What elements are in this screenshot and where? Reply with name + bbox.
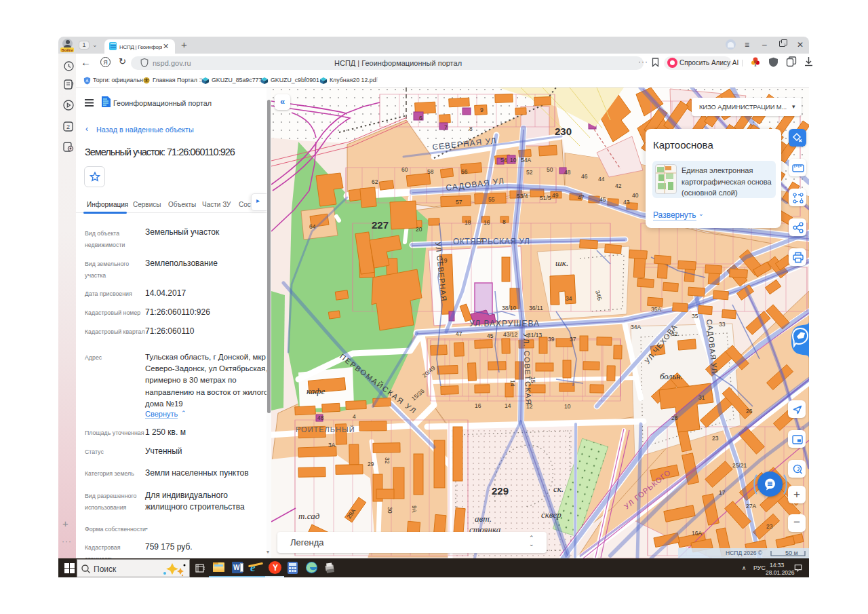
svg-text:62: 62: [372, 178, 378, 185]
svg-text:19: 19: [441, 257, 448, 264]
svg-text:3А: 3А: [328, 442, 336, 448]
svg-text:47: 47: [578, 194, 585, 201]
svg-text:43: 43: [623, 199, 630, 206]
svg-text:51/5: 51/5: [540, 195, 551, 202]
svg-text:сквер: сквер: [541, 510, 561, 520]
svg-text:54А: 54А: [521, 157, 531, 164]
svg-text:229: 229: [492, 485, 509, 497]
svg-text:кафе: кафе: [307, 386, 325, 396]
svg-text:38/10: 38/10: [502, 305, 517, 311]
svg-text:20: 20: [416, 226, 422, 233]
svg-text:50 м: 50 м: [785, 550, 798, 556]
svg-text:28: 28: [671, 415, 678, 421]
svg-text:16А: 16А: [692, 530, 702, 537]
svg-text:РОИТЕЛЬНЫЙ: РОИТЕЛЬНЫЙ: [296, 425, 355, 434]
svg-text:ОКТЯБРЬСКАЯ УЛ: ОКТЯБРЬСКАЯ УЛ: [453, 237, 530, 246]
svg-text:37: 37: [570, 336, 576, 343]
svg-text:ск.: ск.: [553, 484, 564, 494]
svg-text:34: 34: [566, 295, 572, 302]
svg-text:48: 48: [564, 169, 571, 176]
svg-text:30: 30: [387, 507, 393, 514]
svg-text:33: 33: [719, 321, 726, 328]
svg-text:больн.: больн.: [660, 371, 683, 381]
svg-text:32: 32: [384, 457, 391, 464]
svg-text:17: 17: [719, 489, 726, 496]
svg-text:50: 50: [547, 166, 553, 173]
svg-text:9А: 9А: [411, 505, 418, 513]
svg-text:45: 45: [599, 196, 606, 203]
svg-text:64: 64: [309, 223, 316, 230]
svg-text:36/11: 36/11: [529, 305, 543, 311]
svg-text:6: 6: [419, 115, 422, 121]
svg-text:УЛ.ВАХРУШЕВА: УЛ.ВАХРУШЕВА: [469, 319, 540, 328]
svg-text:44: 44: [598, 176, 605, 183]
svg-text:10: 10: [510, 157, 517, 164]
svg-text:8: 8: [469, 126, 473, 132]
svg-text:16: 16: [475, 402, 481, 409]
svg-text:227: 227: [372, 219, 389, 231]
svg-text:55: 55: [488, 196, 495, 203]
svg-text:230: 230: [555, 126, 572, 137]
svg-text:14: 14: [505, 402, 511, 409]
svg-text:25/21: 25/21: [732, 462, 747, 469]
svg-text:29: 29: [368, 461, 374, 467]
svg-text:43/12: 43/12: [503, 331, 518, 338]
svg-text:42: 42: [615, 183, 622, 189]
svg-text:46: 46: [581, 173, 588, 180]
svg-text:10: 10: [564, 403, 571, 410]
svg-text:6: 6: [480, 237, 484, 244]
svg-text:53/4: 53/4: [517, 193, 528, 199]
svg-text:27А: 27А: [746, 503, 756, 510]
svg-text:49: 49: [552, 192, 559, 199]
svg-text:40: 40: [632, 192, 639, 199]
svg-text:12: 12: [526, 403, 533, 410]
svg-text:т.сад: т.сад: [298, 511, 320, 521]
svg-text:15: 15: [530, 377, 536, 383]
svg-text:31: 31: [698, 394, 705, 401]
svg-text:23: 23: [712, 435, 719, 442]
svg-text:54: 54: [500, 157, 507, 164]
svg-text:41/13: 41/13: [528, 332, 542, 339]
svg-text:16: 16: [484, 219, 490, 226]
svg-text:45: 45: [487, 332, 494, 339]
svg-text:7: 7: [444, 124, 448, 131]
svg-text:26: 26: [746, 408, 753, 415]
svg-text:58: 58: [427, 168, 434, 175]
svg-text:35А: 35А: [651, 306, 661, 313]
svg-text:60: 60: [401, 166, 408, 173]
svg-text:шк.: шк.: [555, 258, 568, 268]
svg-text:14: 14: [509, 380, 516, 387]
svg-text:18: 18: [465, 219, 471, 226]
svg-text:23: 23: [766, 523, 773, 530]
svg-text:48: 48: [317, 415, 324, 421]
svg-text:56: 56: [461, 168, 468, 175]
svg-text:52: 52: [526, 169, 533, 176]
svg-text:35: 35: [692, 313, 698, 320]
svg-text:2: 2: [66, 123, 70, 130]
svg-text:4: 4: [353, 413, 356, 420]
svg-text:47: 47: [456, 330, 462, 337]
svg-text:57: 57: [456, 199, 462, 206]
svg-text:8: 8: [502, 218, 506, 225]
svg-text:39: 39: [548, 336, 555, 343]
svg-text:9: 9: [480, 107, 484, 113]
svg-text:34А: 34А: [631, 324, 641, 330]
svg-text:32: 32: [671, 330, 678, 337]
svg-text:авт.: авт.: [475, 514, 492, 524]
